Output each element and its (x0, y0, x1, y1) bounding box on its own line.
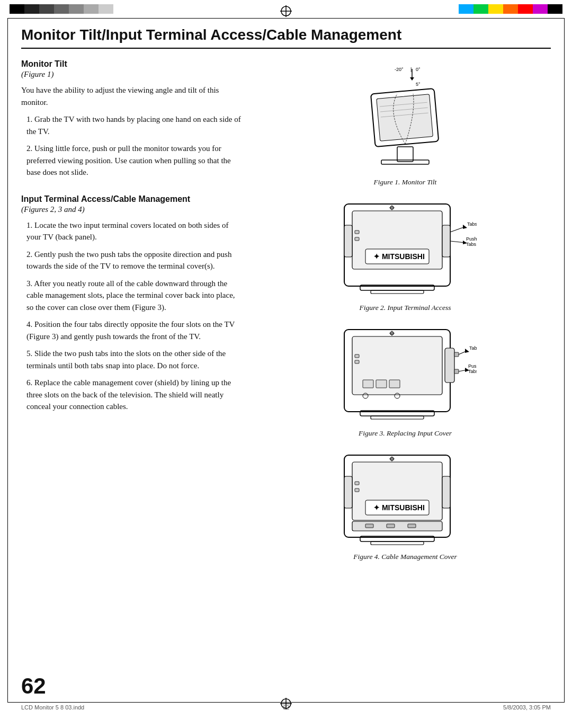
svg-text:-20°: -20° (395, 67, 404, 72)
footer-center: 62 (283, 704, 289, 711)
input-terminal-step-2: 2. Gently push the two push tabs the opp… (26, 248, 244, 272)
monitor-tilt-subheading: (Figure 1) (21, 70, 244, 79)
figure-3-caption: Figure 3. Replacing Input Cover (359, 429, 452, 438)
page-border-left (7, 18, 8, 703)
figure-1-container: -20° | 0° 5° (260, 59, 551, 187)
svg-text:Tabs: Tabs (467, 221, 477, 227)
svg-rect-23 (344, 225, 352, 257)
svg-text:Tabs: Tabs (468, 369, 477, 374)
svg-rect-73 (344, 476, 352, 508)
svg-rect-43 (363, 380, 373, 388)
footer-left: LCD Monitor 5 8 03.indd (21, 704, 84, 711)
page-number: 62 (21, 673, 46, 699)
svg-rect-10 (397, 147, 413, 162)
registration-mark-top (280, 5, 292, 20)
svg-rect-49 (454, 352, 459, 357)
input-terminal-step-3: 3. After you neatly route all of the cab… (26, 278, 244, 314)
color-bar-right (459, 4, 562, 14)
input-terminal-step-5: 5. Slide the two push tabs into the slot… (26, 348, 244, 371)
page-border-top (7, 18, 565, 19)
footer-right: 5/8/2003, 3:05 PM (503, 704, 551, 711)
svg-rect-27 (355, 230, 359, 234)
two-column-layout: Monitor Tilt (Figure 1) You have the abi… (21, 59, 551, 565)
svg-rect-48 (445, 348, 454, 383)
figure-2-caption: Figure 2. Input Terminal Access (359, 304, 451, 312)
input-terminal-step-6: 6. Replace the cable management cover (s… (26, 377, 244, 413)
svg-rect-9 (381, 160, 429, 164)
figure-1-svg: -20° | 0° 5° (347, 59, 463, 176)
svg-rect-74 (442, 476, 450, 508)
svg-rect-71 (387, 524, 395, 528)
figure-3-svg: Tabs Push Tabs (334, 322, 477, 425)
input-terminal-subheading: (Figures 2, 3 and 4) (21, 205, 244, 214)
svg-text:5°: 5° (416, 82, 421, 87)
page-border-right (564, 18, 565, 703)
svg-rect-26 (371, 290, 424, 294)
svg-rect-76 (371, 541, 424, 545)
svg-text:0°: 0° (416, 67, 421, 72)
svg-rect-59 (371, 416, 424, 419)
figure-1-caption: Figure 1. Monitor Tilt (374, 178, 437, 187)
svg-rect-67 (355, 482, 359, 485)
svg-text:|: | (410, 67, 412, 72)
svg-rect-50 (454, 369, 459, 374)
input-terminal-step-4: 4. Position the four tabs directly oppos… (26, 318, 244, 342)
monitor-tilt-step-2: 2. Using little force, push or pull the … (26, 143, 244, 179)
figure-4-caption: Figure 4. Cable Management Cover (353, 553, 457, 561)
svg-text:✦ MITSUBISHI: ✦ MITSUBISHI (373, 252, 425, 261)
monitor-tilt-intro: You have the ability to adjust the viewi… (21, 84, 244, 108)
svg-text:Tabs: Tabs (466, 242, 477, 247)
svg-rect-45 (389, 380, 400, 388)
input-terminal-section: Input Terminal Access/Cable Management (… (21, 194, 244, 413)
figure-2-svg: ✦ MITSUBISHI (334, 196, 477, 299)
svg-rect-12 (377, 94, 433, 141)
monitor-tilt-step-1: 1. Grab the TV with two hands by placing… (26, 113, 244, 137)
svg-text:Push: Push (468, 363, 477, 369)
input-terminal-heading: Input Terminal Access/Cable Management (21, 194, 244, 204)
figure-2-container: ✦ MITSUBISHI (260, 196, 551, 312)
input-terminal-step-1: 1. Locate the two input terminal covers … (26, 219, 244, 243)
color-bar-left (10, 4, 113, 14)
svg-line-29 (450, 227, 465, 232)
right-column: -20° | 0° 5° (260, 59, 551, 565)
svg-rect-68 (355, 489, 359, 492)
figure-4-svg: ✦ MITSUBISHI (334, 447, 477, 551)
figure-3-container: Tabs Push Tabs Figure 3. Replacing Input… (260, 322, 551, 438)
left-column: Monitor Tilt (Figure 1) You have the abi… (21, 59, 244, 418)
monitor-tilt-heading: Monitor Tilt (21, 59, 244, 69)
figure-4-container: ✦ MITSUBISHI (260, 447, 551, 561)
svg-line-31 (450, 241, 465, 243)
svg-rect-24 (442, 225, 450, 257)
svg-marker-30 (463, 225, 467, 229)
main-content: Monitor Tilt/Input Terminal Access/Cable… (21, 26, 551, 696)
svg-marker-52 (465, 349, 469, 353)
svg-text:Tabs: Tabs (469, 345, 477, 351)
svg-rect-28 (355, 237, 359, 241)
page-title: Monitor Tilt/Input Terminal Access/Cable… (21, 26, 551, 49)
svg-rect-70 (365, 524, 373, 528)
svg-marker-7 (410, 77, 414, 81)
svg-rect-44 (376, 380, 387, 388)
monitor-tilt-section: Monitor Tilt (Figure 1) You have the abi… (21, 59, 244, 179)
svg-rect-41 (355, 354, 359, 358)
svg-text:Push: Push (466, 236, 477, 242)
svg-rect-42 (355, 360, 359, 363)
svg-text:✦ MITSUBISHI: ✦ MITSUBISHI (373, 503, 425, 512)
svg-rect-72 (408, 524, 416, 528)
